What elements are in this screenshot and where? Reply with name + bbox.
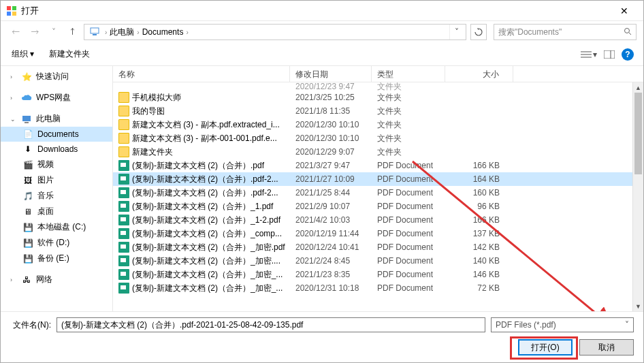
search-icon[interactable] — [624, 27, 632, 37]
view-mode-button[interactable]: ▾ — [581, 50, 597, 59]
folder-icon — [118, 92, 129, 103]
breadcrumb[interactable]: › 此电脑 › Documents › ˅ — [84, 24, 466, 40]
downloads-icon: ⬇ — [22, 144, 33, 155]
file-name: 新建文件夹 — [132, 146, 173, 158]
file-date: 2020/12/31 10:18 — [290, 283, 372, 293]
search-input[interactable]: 搜索"Documents" — [494, 24, 637, 40]
file-row[interactable]: 新建文件夹2020/12/29 9:07文件夹 — [113, 145, 643, 159]
up-button[interactable]: 🡑 — [65, 24, 81, 40]
sidebar-videos[interactable]: 🎬视频 — [1, 157, 112, 172]
file-name: (复制)-新建文本文档 (2)（合并）_加密_... — [132, 269, 283, 281]
file-type: PDF Document — [372, 256, 445, 266]
file-row[interactable]: (复制)-新建文本文档 (2)（合并）.pdf-2...2021/1/25 8:… — [113, 186, 643, 200]
help-button[interactable]: ? — [622, 48, 634, 61]
breadcrumb-folder[interactable]: Documents — [142, 27, 184, 37]
sidebar-pictures[interactable]: 🖼图片 — [1, 172, 112, 188]
scrollbar-thumb[interactable] — [634, 93, 642, 174]
sidebar-this-pc[interactable]: ⌄此电脑 — [1, 111, 112, 127]
sidebar-disk-d[interactable]: 💾软件 (D:) — [1, 235, 112, 251]
cloud-icon — [21, 93, 32, 104]
svg-rect-14 — [25, 122, 29, 123]
file-row-truncated[interactable]: 2020/12/23 9:47 文件夹 — [113, 82, 643, 91]
file-type: PDF Document — [372, 242, 445, 252]
file-name: (复制)-新建文本文档 (2)（合并）_加密.pdf — [132, 242, 285, 253]
pc-icon — [21, 114, 32, 125]
breadcrumb-root[interactable]: 此电脑 — [110, 27, 134, 38]
forward-button[interactable]: 🡒 — [27, 24, 43, 40]
close-button[interactable]: ✕ — [611, 1, 638, 20]
file-name: (复制)-新建文本文档 (2)（合并）.pdf-2... — [132, 187, 278, 199]
file-row[interactable]: (复制)-新建文本文档 (2)（合并）_1-2.pdf2021/4/2 10:0… — [113, 213, 643, 227]
sidebar-network[interactable]: ›🖧网络 — [1, 272, 112, 287]
chevron-right-icon: › — [186, 29, 188, 36]
back-button[interactable]: 🡐 — [7, 24, 24, 40]
file-row[interactable]: (复制)-新建文本文档 (2)（合并）.pdf-2...2021/1/27 10… — [113, 172, 643, 186]
file-name: 新建文本文档 (3) - 副本.pdf.extracted_i... — [132, 119, 280, 131]
sidebar-downloads[interactable]: ⬇Downloads — [1, 142, 112, 157]
svg-rect-5 — [93, 34, 97, 35]
file-name: 我的导图 — [132, 106, 165, 117]
file-row[interactable]: 手机模拟大师2021/3/25 10:25文件夹 — [113, 91, 643, 104]
file-row[interactable]: (复制)-新建文本文档 (2)（合并）_comp...2020/12/19 11… — [113, 227, 643, 240]
file-type: PDF Document — [372, 215, 445, 225]
folder-icon — [118, 119, 129, 130]
file-row[interactable]: (复制)-新建文本文档 (2)（合并）_加密_...2020/12/31 10:… — [113, 281, 643, 295]
chevron-down-icon: ˅ — [625, 320, 629, 330]
column-type[interactable]: 类型 — [372, 66, 445, 82]
file-date: 2020/12/19 11:44 — [290, 229, 372, 238]
preview-pane-button[interactable] — [604, 50, 615, 59]
filename-input[interactable] — [57, 317, 485, 332]
file-row[interactable]: (复制)-新建文本文档 (2)（合并）_1.pdf2021/2/9 10:07P… — [113, 200, 643, 213]
file-list[interactable]: 2020/12/23 9:47 文件夹 手机模拟大师2021/3/25 10:2… — [113, 82, 643, 311]
svg-point-6 — [625, 28, 630, 33]
file-size: 160 KB — [445, 188, 513, 198]
sidebar: ›⭐快速访问 ›WPS网盘 ⌄此电脑 📄Documents ⬇Downloads… — [1, 66, 113, 311]
file-name: 新建文本文档 (3) - 副本-001-001.pdf.e... — [132, 133, 277, 144]
svg-rect-2 — [7, 12, 11, 16]
file-row[interactable]: (复制)-新建文本文档 (2)（合并）.pdf2021/3/27 9:47PDF… — [113, 159, 643, 172]
file-row[interactable]: 我的导图2021/1/8 11:35文件夹 — [113, 104, 643, 118]
organize-menu[interactable]: 组织 ▾ — [10, 46, 35, 63]
sidebar-quick-access[interactable]: ›⭐快速访问 — [1, 69, 112, 84]
file-date: 2020/12/30 10:10 — [290, 133, 372, 143]
file-row[interactable]: (复制)-新建文本文档 (2)（合并）_加密_...2021/1/23 8:35… — [113, 268, 643, 281]
breadcrumb-dropdown[interactable]: ˅ — [449, 25, 463, 40]
sidebar-desktop[interactable]: 🖥桌面 — [1, 204, 112, 219]
file-row[interactable]: (复制)-新建文本文档 (2)（合并）_加密....2021/2/24 8:45… — [113, 254, 643, 268]
file-name: (复制)-新建文本文档 (2)（合并）_加密.... — [132, 255, 280, 267]
sidebar-documents[interactable]: 📄Documents — [1, 127, 112, 142]
main-area: ›⭐快速访问 ›WPS网盘 ⌄此电脑 📄Documents ⬇Downloads… — [1, 66, 643, 311]
file-date: 2021/2/9 10:07 — [290, 202, 372, 211]
column-name[interactable]: 名称 — [113, 66, 290, 82]
pdf-icon — [118, 228, 129, 239]
scrollbar[interactable]: ▲ ▼ — [632, 82, 643, 311]
sidebar-disk-c[interactable]: 💾本地磁盘 (C:) — [1, 219, 112, 235]
toolbar: 组织 ▾ 新建文件夹 ▾ ? — [1, 43, 643, 66]
sidebar-disk-e[interactable]: 💾备份 (E:) — [1, 251, 112, 266]
file-row[interactable]: (复制)-新建文本文档 (2)（合并）_加密.pdf2020/12/24 10:… — [113, 240, 643, 254]
file-name: 手机模拟大师 — [132, 92, 181, 104]
sidebar-music[interactable]: 🎵音乐 — [1, 188, 112, 204]
scroll-down-icon[interactable]: ▼ — [633, 301, 643, 311]
file-row[interactable]: 新建文本文档 (3) - 副本.pdf.extracted_i...2020/1… — [113, 118, 643, 131]
svg-rect-11 — [604, 50, 615, 59]
file-row[interactable]: 新建文本文档 (3) - 副本-001-001.pdf.e...2020/12/… — [113, 131, 643, 145]
refresh-button[interactable] — [470, 24, 487, 40]
file-type: PDF Document — [372, 174, 445, 184]
sidebar-wps[interactable]: ›WPS网盘 — [1, 90, 112, 106]
scroll-up-icon[interactable]: ▲ — [633, 82, 643, 93]
column-date[interactable]: 修改日期 — [290, 66, 372, 82]
svg-line-7 — [629, 33, 631, 35]
new-folder-button[interactable]: 新建文件夹 — [48, 46, 91, 63]
file-date: 2021/1/27 10:09 — [290, 174, 372, 184]
file-type: PDF Document — [372, 202, 445, 211]
recent-dropdown[interactable]: ˅ — [46, 24, 62, 40]
file-size: 166 KB — [445, 215, 513, 225]
column-size[interactable]: 大小 — [445, 66, 513, 82]
filetype-select[interactable]: PDF Files (*.pdf)˅ — [491, 317, 634, 332]
chevron-right-icon: › — [105, 29, 107, 36]
open-button[interactable]: 打开(O) — [518, 339, 573, 356]
svg-rect-1 — [12, 6, 16, 10]
cancel-button[interactable]: 取消 — [579, 339, 634, 356]
music-icon: 🎵 — [22, 191, 33, 202]
